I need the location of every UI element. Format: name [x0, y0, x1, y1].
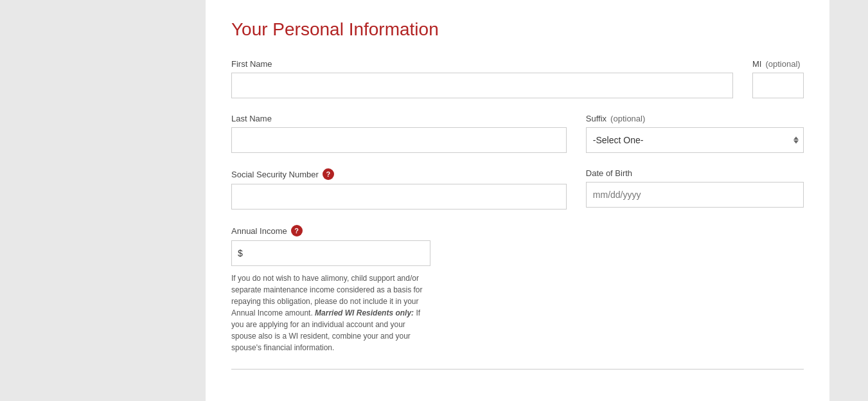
- page-layout: Your Personal Information First Name MI …: [0, 0, 868, 401]
- mi-group: MI (optional): [752, 59, 804, 98]
- section-divider: [231, 369, 804, 370]
- lastname-row: Last Name Suffix (optional) -Select One-…: [231, 114, 804, 153]
- name-row: First Name MI (optional): [231, 59, 804, 98]
- income-row: Annual Income ? $ If you do not wish to …: [231, 225, 804, 353]
- right-sidebar: [829, 0, 868, 401]
- suffix-group: Suffix (optional) -Select One- Jr. Sr. I…: [586, 114, 804, 153]
- left-sidebar: [0, 0, 206, 401]
- mi-label: MI (optional): [752, 59, 804, 69]
- dob-label: Date of Birth: [586, 168, 804, 178]
- ssn-group: Social Security Number ?: [231, 168, 567, 209]
- ssn-input[interactable]: [231, 184, 567, 209]
- dob-input[interactable]: [586, 182, 804, 208]
- last-name-group: Last Name: [231, 114, 567, 153]
- disclaimer-text: If you do not wish to have alimony, chil…: [231, 272, 430, 353]
- first-name-group: First Name: [231, 59, 733, 98]
- annual-income-label: Annual Income ?: [231, 225, 430, 236]
- ssn-label: Social Security Number ?: [231, 168, 567, 180]
- income-input-wrapper: $: [231, 240, 430, 266]
- annual-income-help-icon[interactable]: ?: [291, 225, 303, 236]
- ssn-dob-row: Social Security Number ? Date of Birth: [231, 168, 804, 209]
- mi-input[interactable]: [752, 73, 804, 98]
- last-name-input[interactable]: [231, 127, 567, 153]
- annual-income-input[interactable]: [231, 240, 430, 266]
- first-name-input[interactable]: [231, 73, 733, 98]
- ssn-help-icon[interactable]: ?: [323, 168, 334, 180]
- suffix-label: Suffix (optional): [586, 114, 804, 123]
- first-name-label: First Name: [231, 59, 733, 69]
- last-name-label: Last Name: [231, 114, 567, 123]
- annual-income-group: Annual Income ? $ If you do not wish to …: [231, 225, 430, 353]
- main-content: Your Personal Information First Name MI …: [206, 0, 829, 401]
- currency-symbol: $: [238, 248, 243, 258]
- suffix-select[interactable]: -Select One- Jr. Sr. II III IV: [586, 127, 804, 153]
- dob-group: Date of Birth: [586, 168, 804, 209]
- page-title: Your Personal Information: [231, 19, 804, 40]
- suffix-select-wrapper: -Select One- Jr. Sr. II III IV: [586, 127, 804, 153]
